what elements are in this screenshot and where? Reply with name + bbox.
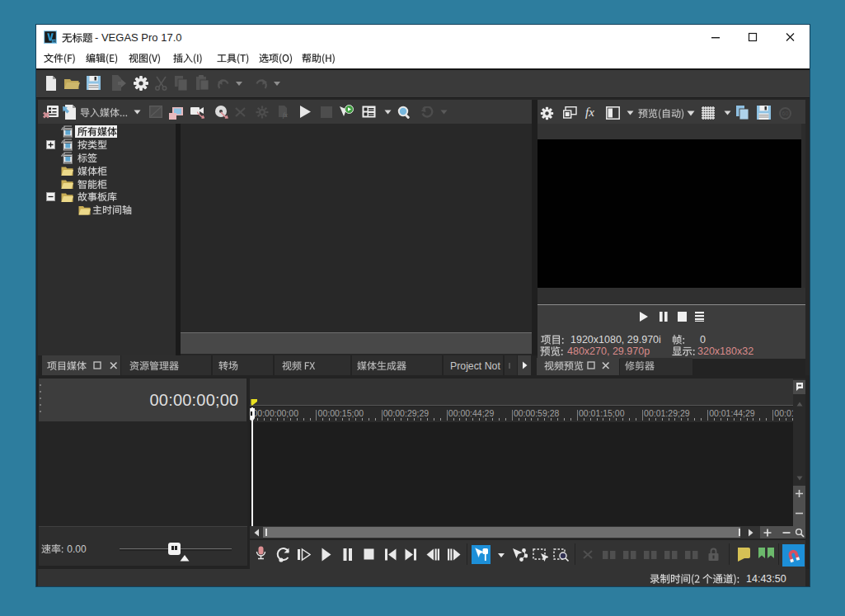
svg-text:60: 60 bbox=[782, 111, 789, 116]
svg-text:fx: fx bbox=[283, 111, 288, 119]
